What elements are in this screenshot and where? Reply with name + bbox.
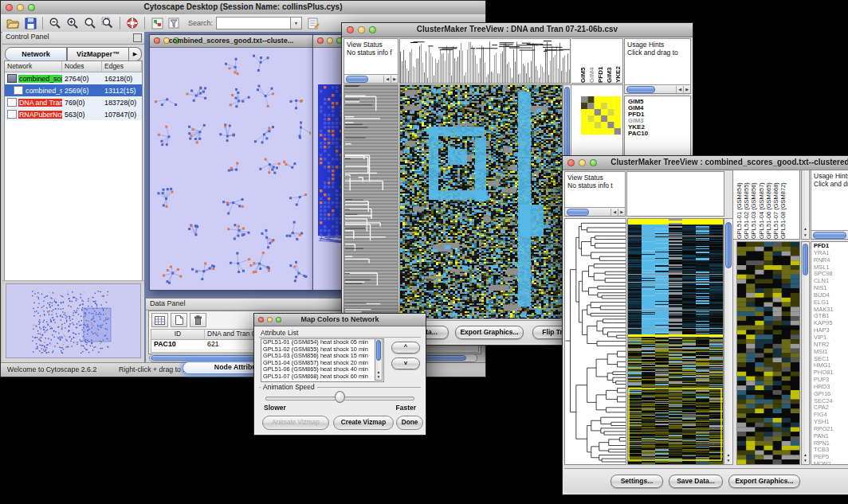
heatmap-canvas[interactable]: [628, 219, 723, 464]
labels-scroll-strip[interactable]: ▲ ▼: [801, 170, 810, 240]
treeview1-titlebar[interactable]: ClusterMaker TreeView : DNA and Tran 07-…: [342, 23, 693, 37]
scroll-left-arrow[interactable]: ◀: [676, 86, 683, 93]
treeview2-titlebar[interactable]: ClusterMaker TreeView : combined_scores_…: [563, 156, 848, 170]
column-label[interactable]: GPL51-01 (GSM854): [736, 170, 743, 239]
new-attribute-icon[interactable]: [171, 313, 187, 327]
slider-thumb[interactable]: [335, 391, 345, 403]
column-dendrogram-canvas[interactable]: [400, 39, 570, 83]
export-graphics-button[interactable]: Export Graphics...: [455, 326, 524, 339]
scrollbar-thumb[interactable]: [376, 340, 381, 361]
column-label[interactable]: GPL51-04 (GSM857): [758, 170, 765, 239]
column-label[interactable]: PFD1: [597, 39, 605, 83]
scroll-down-arrow[interactable]: ▼: [724, 458, 732, 463]
heatmap-panel: [399, 84, 563, 319]
network-row[interactable]: RNAPuberNov2+1 563(0) 107847(0): [5, 108, 142, 120]
network-window-titlebar[interactable]: combined_scores_good.txt--cluste...: [150, 35, 312, 48]
help-lifebuoy-icon[interactable]: [124, 16, 140, 30]
scrollbar-thumb[interactable]: [813, 232, 846, 239]
export-graphics-button[interactable]: Export Graphics...: [728, 475, 800, 488]
minimize-button[interactable]: [327, 37, 333, 44]
column-label[interactable]: GPL51-08 (GSM872): [779, 170, 787, 239]
scrollbar-thumb[interactable]: [346, 76, 368, 83]
scrollbar-thumb[interactable]: [803, 244, 808, 275]
network-view-canvas[interactable]: [150, 48, 311, 289]
zoom-vscrollbar[interactable]: ▲ ▼: [801, 241, 810, 465]
scroll-down-arrow[interactable]: ▼: [375, 374, 382, 379]
hints-hscrollbar[interactable]: ◀▶: [625, 84, 690, 93]
done-button[interactable]: Done: [396, 416, 423, 430]
dialog-titlebar[interactable]: Map Colors to Network: [254, 314, 426, 326]
column-label[interactable]: GIM3: [606, 39, 614, 83]
summary-matrix-canvas[interactable]: [581, 96, 621, 135]
network-row[interactable]: combined_scores_g 2764(0) 16218(0): [5, 72, 142, 84]
row-dendrogram-canvas[interactable]: [344, 85, 398, 318]
column-header-nodes[interactable]: Nodes: [62, 61, 102, 72]
open-session-button[interactable]: [5, 16, 21, 30]
toolbar-separator: [120, 17, 120, 29]
tab-network[interactable]: Network: [5, 47, 67, 61]
scroll-up-arrow[interactable]: ▲: [724, 452, 732, 457]
column-header-edges[interactable]: Edges: [102, 61, 142, 72]
heatmap-vscrollbar[interactable]: ▲ ▼: [724, 218, 733, 465]
scroll-left-arrow[interactable]: ◀: [610, 209, 618, 216]
column-label[interactable]: GIM4: [588, 39, 596, 83]
scroll-down-arrow[interactable]: ▼: [802, 458, 809, 463]
tab-vizmapper[interactable]: VizMapper™: [67, 47, 129, 61]
scroll-left-arrow[interactable]: ◀: [383, 76, 391, 83]
scroll-right-arrow[interactable]: ▶: [618, 209, 625, 216]
move-up-button[interactable]: ^: [391, 342, 420, 354]
network-row[interactable]: combined_sco 2569(6) 13112(15): [5, 84, 142, 96]
select-attributes-icon[interactable]: [151, 313, 168, 327]
attribute-list-vscrollbar[interactable]: ▲ ▼: [375, 338, 383, 381]
save-data-button[interactable]: Save Data...: [669, 475, 723, 488]
gene-label[interactable]: MON2: [814, 461, 848, 465]
heatmap-canvas[interactable]: [400, 85, 562, 318]
search-input[interactable]: [216, 17, 291, 29]
zoom-heatmap-canvas[interactable]: [737, 242, 799, 464]
create-vizmap-button[interactable]: Create Vizmap: [333, 416, 394, 430]
status-hscrollbar[interactable]: ◀▶: [344, 74, 398, 83]
scroll-right-arrow[interactable]: ▶: [683, 86, 690, 93]
network-row[interactable]: DNA and Tran 07 769(0) 183728(0): [5, 96, 142, 108]
delete-attribute-icon[interactable]: [190, 313, 206, 327]
close-button[interactable]: [317, 37, 324, 44]
zoom-selected-icon[interactable]: [100, 16, 116, 30]
annotation-icon[interactable]: [149, 16, 165, 30]
scroll-down-arrow[interactable]: ▼: [802, 232, 809, 237]
scrollbar-thumb[interactable]: [567, 209, 589, 216]
save-session-button[interactable]: [22, 16, 38, 30]
scroll-up-arrow[interactable]: ▲: [802, 452, 809, 457]
scroll-right-arrow[interactable]: ▶: [391, 76, 398, 83]
network-overview-canvas[interactable]: [6, 284, 140, 356]
move-down-button[interactable]: v: [391, 357, 420, 369]
column-label[interactable]: GPL51-07 (GSM868): [772, 170, 779, 239]
float-panel-icon[interactable]: [133, 33, 142, 42]
main-titlebar[interactable]: Cytoscape Desktop (Session Name: collins…: [1, 1, 485, 15]
scroll-up-arrow[interactable]: ▲: [802, 226, 809, 231]
treeview2-button-bar: Settings... Save Data... Export Graphics…: [564, 468, 848, 493]
attribute-editor-icon[interactable]: [306, 16, 322, 30]
column-label[interactable]: YKE2: [614, 39, 622, 83]
animate-vizmap-button[interactable]: Animate Vizmap: [262, 416, 329, 430]
attribute-item[interactable]: GPL51-07 (GSM868) heat shock 60 min: [261, 373, 383, 381]
zoom-fit-icon[interactable]: [82, 16, 98, 30]
hints-hscrollbar[interactable]: ◀▶: [811, 230, 848, 239]
scrollbar-thumb[interactable]: [626, 86, 655, 93]
gene-list: PFD1YRA1RNR4MSL1SPC98CLN1NIS1BUD4ELG1MAK…: [811, 241, 848, 465]
row-label[interactable]: PAC10: [628, 131, 690, 137]
network-overview-panel[interactable]: [6, 283, 141, 358]
column-header-network[interactable]: Network: [5, 61, 62, 72]
tab-overflow-arrow[interactable]: ▶: [129, 47, 142, 61]
column-header-id[interactable]: ID: [151, 330, 205, 339]
scrollbar-thumb[interactable]: [725, 222, 732, 268]
column-label[interactable]: GPL51-06 (GSM865): [765, 170, 772, 239]
status-hscrollbar[interactable]: ◀▶: [565, 207, 625, 216]
settings-button[interactable]: Settings...: [610, 475, 663, 488]
filter-icon[interactable]: [167, 16, 183, 30]
search-dropdown-arrow[interactable]: ▼: [291, 17, 302, 29]
column-label[interactable]: GPL51-03 (GSM856): [750, 170, 757, 239]
zoom-out-icon[interactable]: [47, 16, 63, 30]
zoom-in-icon[interactable]: [65, 16, 80, 30]
row-dendrogram-canvas[interactable]: [565, 219, 626, 464]
column-label[interactable]: GIM5: [579, 39, 587, 83]
